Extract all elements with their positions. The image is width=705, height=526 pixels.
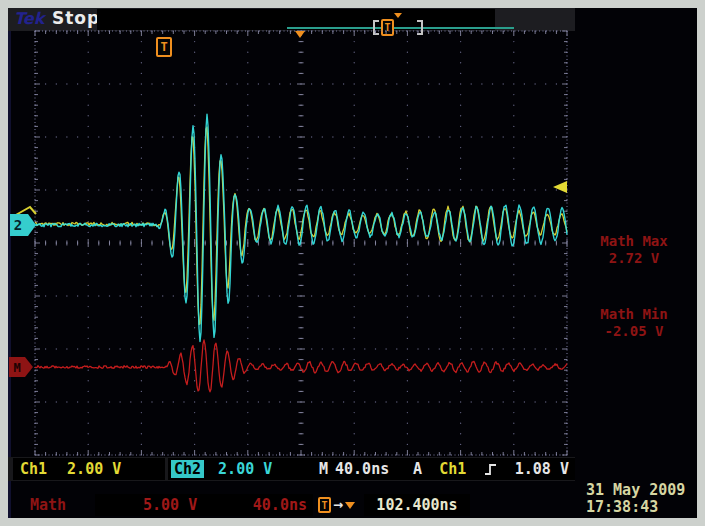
ch2-marker-label: 2 <box>14 217 22 233</box>
math-max-readout: Math Max 2.72 V <box>575 233 693 267</box>
trigger-point-flag-icon: T <box>156 37 172 57</box>
readout-row-channels: Ch1 2.00 V Ch2 2.00 V M 40.0ns A Ch1 1.0… <box>8 457 575 481</box>
math-min-value: -2.05 V <box>575 323 693 340</box>
datetime-readout: 31 May 2009 17:38:43 <box>586 482 700 516</box>
ch2-label: Ch2 <box>171 460 204 478</box>
trigger-level-marker <box>551 181 569 195</box>
delay-time-value: 102.400ns <box>376 496 457 514</box>
oscilloscope-screen: Tek Stop T T 2 M Math Max 2.72 V Math Mi… <box>0 0 705 526</box>
waveform-ch2 <box>35 114 567 341</box>
ch1-scale-value: 2.00 V <box>67 460 121 478</box>
math-marker: M <box>6 355 40 381</box>
time-value: 17:38:43 <box>586 499 700 516</box>
trigger-level-value: 1.08 V <box>515 460 569 478</box>
ch1-scale-readout: Ch1 2.00 V <box>13 458 165 480</box>
trigger-source: Ch1 <box>439 460 466 478</box>
delay-time-readout: 102.400ns <box>364 494 470 516</box>
timebase-value: 40.0ns <box>335 460 389 478</box>
math-max-label: Math Max <box>575 233 693 250</box>
ch1-label: Ch1 <box>20 460 47 478</box>
math-max-value: 2.72 V <box>575 250 693 267</box>
trigger-mode-label: A <box>413 460 422 478</box>
math-scale-readout: 5.00 V 40.0ns <box>95 494 313 516</box>
ch2-scale-value: 2.00 V <box>218 460 272 478</box>
readout-row-math: Math 5.00 V 40.0ns T → 102.400ns <box>8 493 575 519</box>
timebase-label: M <box>319 460 328 478</box>
trigger-readout: A Ch1 1.08 V <box>405 458 575 480</box>
ch2-scale-readout: Ch2 2.00 V <box>168 458 315 480</box>
delay-triangle-icon <box>345 502 355 509</box>
waveform-math <box>35 340 567 392</box>
math-scale-value: 5.00 V <box>143 496 197 514</box>
ch2-ground-marker: 2 <box>6 202 46 238</box>
trigger-delay-indicator: T → <box>318 495 362 515</box>
delay-arrow-icon: → <box>333 499 343 511</box>
math-min-label: Math Min <box>575 306 693 323</box>
date-value: 31 May 2009 <box>586 482 700 499</box>
trigger-position-arrow-icon <box>295 31 305 38</box>
math-min-readout: Math Min -2.05 V <box>575 306 693 340</box>
math-marker-label: M <box>13 361 20 375</box>
delay-trigger-badge-icon: T <box>318 497 331 513</box>
rising-edge-icon <box>484 462 498 477</box>
timebase-readout: M 40.0ns <box>313 458 405 480</box>
trigger-level-arrow-icon <box>553 181 567 193</box>
math-channel-label: Math <box>30 496 66 514</box>
math-time-value: 40.0ns <box>253 496 307 514</box>
